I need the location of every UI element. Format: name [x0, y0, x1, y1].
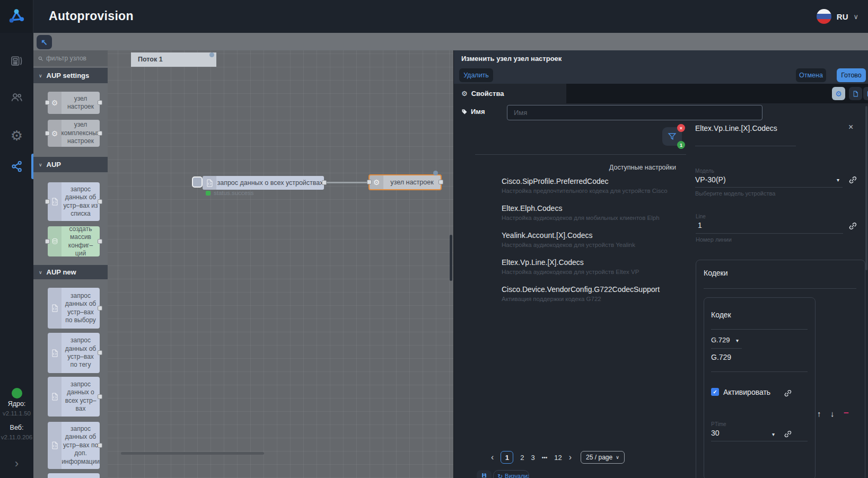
per-page-select[interactable]: 25 / page ∨	[581, 451, 625, 464]
language-selector[interactable]: RU ∨	[817, 0, 858, 33]
file-code-icon	[48, 377, 62, 417]
remove-codec-icon[interactable]: −	[844, 408, 849, 419]
app-logo[interactable]	[0, 0, 33, 33]
pagination-ellipsis[interactable]: •••	[542, 455, 548, 461]
canvas-node-query-all[interactable]: запрос данных о всех устройствах	[203, 176, 324, 190]
status-success-label: status.success	[214, 190, 253, 196]
filter-count-badge: 1	[677, 141, 685, 149]
setting-list-item[interactable]: Cisco.SipProfile.PreferredCodec Настройк…	[502, 177, 677, 194]
sidebar-item-settings[interactable]: ⚙	[0, 122, 33, 149]
pagination-next-icon[interactable]: ›	[569, 453, 572, 462]
visualize-button-clipped[interactable]: ↻ Визуализация	[493, 470, 529, 478]
sidebar-item-devices[interactable]	[0, 47, 33, 74]
save-button-clipped[interactable]	[477, 470, 492, 478]
pagination-page[interactable]: 2	[520, 454, 524, 462]
canvas-horizontal-scrollbar[interactable]	[121, 452, 264, 455]
layout-box-icon	[866, 90, 868, 98]
canvas-vertical-scrollbar[interactable]	[450, 235, 452, 281]
palette-node[interactable]: запрос данных об устр–вах по тегу	[48, 333, 100, 373]
editor-header: Изменить узел узел настроек Удалить Отме…	[454, 50, 868, 84]
pagination-page[interactable]: 3	[531, 454, 535, 462]
status-success-icon	[206, 191, 211, 196]
move-down-icon[interactable]: ↓	[830, 409, 835, 418]
codec-title: Кодек	[711, 311, 731, 319]
caret-down-icon[interactable]: ▾	[736, 338, 739, 343]
palette-node[interactable]: запрос данных об устр–вах по доп. информ…	[48, 422, 100, 469]
caret-down-icon[interactable]: ▾	[837, 177, 839, 183]
floppy-icon	[481, 472, 487, 478]
input-port[interactable]	[367, 180, 372, 184]
flow-tab-dot	[209, 52, 214, 57]
line-hint: Номер линии	[696, 236, 732, 243]
field-underline	[711, 441, 808, 441]
setting-list-item[interactable]: Cisco.Device.VendorConfig.G722CodecSuppo…	[502, 285, 677, 302]
palette-node[interactable]: запрос данных об устр–вах по выбору	[48, 288, 100, 329]
flow-tab[interactable]: Поток 1	[131, 52, 216, 67]
codec-select-value[interactable]: G.729	[711, 336, 730, 344]
autoprovision-app: Autoprovision RU ∨ ⚙	[0, 0, 868, 478]
model-select-value[interactable]: VP-30(P)	[695, 175, 726, 184]
divider	[711, 329, 808, 330]
link-icon[interactable]	[848, 175, 857, 187]
palette-node[interactable]: ⚙ узел настроек	[48, 92, 100, 114]
select-tool-button[interactable]: ↖	[37, 35, 52, 49]
palette-group-aup[interactable]: ∨ AUP	[33, 157, 108, 172]
ptime-select-value[interactable]: 30	[711, 429, 720, 437]
activate-checkbox-checked[interactable]: ✓	[711, 388, 719, 396]
node-palette: фильтр узлов ∨ AUP settings ⚙ узел настр…	[33, 50, 108, 478]
tab-properties[interactable]: ⚙ Свойства	[454, 84, 566, 103]
delete-button[interactable]: Удалить	[459, 68, 493, 82]
palette-node[interactable]: запрос данных о всех устр–вах	[48, 377, 100, 417]
setting-list-item[interactable]: Eltex.Elph.Codecs Настройка аудиокодеков…	[502, 204, 677, 221]
palette-group-aup-settings[interactable]: ∨ AUP settings	[33, 68, 108, 83]
sidebar-item-flows-active[interactable]	[0, 153, 33, 180]
available-settings-header: Доступные настройки	[560, 164, 676, 171]
node-handle-dot[interactable]	[433, 171, 438, 175]
palette-node[interactable]: ⚙ узел комплексных настроек	[48, 120, 100, 147]
done-button[interactable]: Готово	[837, 68, 866, 82]
properties-view-button[interactable]: ⚙	[832, 87, 845, 100]
canvas-node-settings-selected[interactable]: ⚙ узел настроек	[369, 174, 442, 190]
move-up-icon[interactable]: ↑	[817, 409, 821, 418]
chevron-down-icon: ∨	[853, 13, 858, 21]
pagination-page-active[interactable]: 1	[501, 451, 513, 464]
filter-placeholder: фильтр узлов	[46, 55, 86, 62]
editor-title: Изменить узел узел настроек	[461, 55, 562, 63]
line-input-value[interactable]: 1	[698, 221, 702, 229]
share-flow-icon	[10, 160, 24, 173]
filter-button[interactable]: × 1	[662, 127, 682, 146]
sidebar-item-users[interactable]	[0, 83, 33, 111]
cancel-button[interactable]: Отмена	[796, 68, 826, 82]
setting-list-item[interactable]: Yealink.Account.[X].Codecs Настройка ауд…	[502, 231, 677, 248]
detail-title: Eltex.Vp.Line.[X].Codecs	[695, 124, 777, 132]
palette-node[interactable]: запрос данных об устр–вах из списка	[48, 182, 100, 221]
page-title: Autoprovision	[49, 9, 134, 23]
close-icon[interactable]: ×	[848, 122, 853, 132]
link-icon[interactable]	[784, 389, 792, 400]
caret-down-icon[interactable]: ▾	[772, 431, 775, 437]
language-code: RU	[837, 12, 848, 21]
link-icon[interactable]	[784, 430, 792, 440]
pagination-page[interactable]: 12	[554, 454, 562, 462]
canvas-node-label: узел настроек	[383, 179, 441, 186]
document-view-button[interactable]	[849, 87, 862, 100]
output-port[interactable]	[322, 180, 327, 185]
layout-view-button-clipped[interactable]	[863, 87, 868, 100]
pagination-prev-icon[interactable]: ‹	[491, 453, 494, 462]
palette-node[interactable]: создать массив конфиг–ций	[48, 226, 100, 256]
output-port[interactable]	[439, 180, 443, 184]
file-code-icon	[48, 288, 62, 329]
palette-group-aup-new[interactable]: ∨ AUP new	[33, 265, 108, 279]
name-input[interactable]	[507, 105, 762, 120]
node-checkbox[interactable]	[192, 176, 203, 188]
sidebar-expand-chevron[interactable]: ›	[0, 457, 33, 471]
codec-name-value[interactable]: G.729	[711, 353, 731, 361]
editor-scrollbar[interactable]	[865, 106, 867, 270]
active-nav-indicator	[31, 154, 33, 179]
file-code-icon	[48, 333, 62, 373]
link-icon[interactable]	[848, 222, 857, 233]
filter-clear-badge[interactable]: ×	[677, 124, 685, 132]
palette-node-partial[interactable]	[48, 473, 100, 478]
palette-filter-input[interactable]: фильтр узлов	[33, 50, 108, 66]
setting-list-item[interactable]: Eltex.Vp.Line.[X].Codecs Настройка аудио…	[502, 258, 677, 275]
